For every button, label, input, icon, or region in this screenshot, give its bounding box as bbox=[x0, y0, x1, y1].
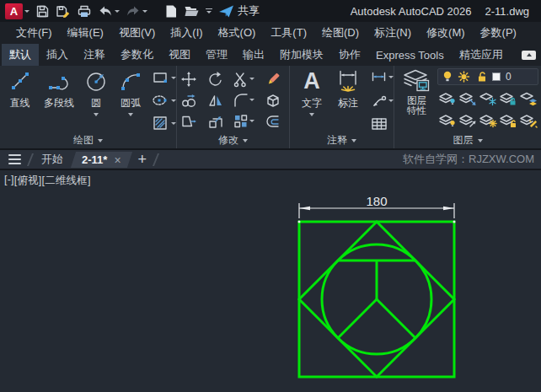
hatch-button[interactable] bbox=[152, 115, 176, 132]
trim-scissors-icon bbox=[233, 71, 248, 88]
menu-format[interactable]: 格式(O) bbox=[211, 25, 264, 40]
active-document-tab[interactable]: 2-11* × bbox=[71, 152, 132, 168]
ribbon-tab-express-tools[interactable]: Express Tools bbox=[368, 44, 452, 66]
modify-panel-label[interactable]: 修改 bbox=[177, 132, 289, 148]
fillet-icon bbox=[233, 92, 248, 109]
copy-icon bbox=[180, 92, 197, 109]
new-file-icon[interactable] bbox=[164, 4, 178, 19]
layer-make-current-button[interactable] bbox=[519, 89, 538, 106]
polyline-button[interactable]: 多段线 bbox=[37, 66, 81, 110]
ribbon-tab-view[interactable]: 视图 bbox=[161, 44, 198, 66]
undo-button[interactable] bbox=[98, 4, 120, 18]
layer-panel-label[interactable]: 图层 bbox=[394, 132, 541, 148]
chevron-down-icon bbox=[142, 10, 147, 13]
text-icon: A bbox=[303, 68, 320, 94]
open-folder-icon[interactable] bbox=[184, 4, 200, 18]
annotate-panel-label[interactable]: 注释 bbox=[290, 132, 394, 148]
new-tab-button[interactable]: + bbox=[137, 152, 149, 167]
table-icon bbox=[371, 116, 388, 132]
rectangle-icon bbox=[152, 69, 169, 86]
chevron-up-icon bbox=[527, 53, 532, 56]
layer-unisolate-button[interactable] bbox=[458, 111, 477, 128]
layer-isolate-button[interactable] bbox=[458, 89, 477, 106]
menu-dimension[interactable]: 标注(N) bbox=[367, 25, 419, 40]
ribbon-collapse-button[interactable] bbox=[522, 51, 536, 60]
ellipse-button[interactable] bbox=[152, 92, 176, 109]
chevron-down-icon bbox=[128, 113, 133, 116]
array-button[interactable] bbox=[233, 113, 254, 130]
layer-on-button[interactable] bbox=[438, 111, 457, 128]
scale-button[interactable] bbox=[207, 113, 224, 130]
layer-merge-button[interactable] bbox=[519, 111, 538, 128]
app-menu-button[interactable]: A bbox=[5, 3, 29, 19]
menu-file[interactable]: 文件(F) bbox=[8, 25, 60, 40]
scale-icon bbox=[207, 113, 224, 130]
table-button[interactable] bbox=[371, 116, 394, 132]
layer-lock-button[interactable] bbox=[499, 89, 517, 106]
arc-button[interactable]: 圆弧 bbox=[111, 66, 150, 116]
ribbon-tab-addins[interactable]: 附加模块 bbox=[272, 44, 331, 66]
fillet-button[interactable] bbox=[233, 92, 254, 109]
chevron-down-icon bbox=[171, 77, 176, 79]
rectangle-button[interactable] bbox=[152, 69, 176, 86]
ribbon-tab-featured-apps[interactable]: 精选应用 bbox=[452, 44, 511, 66]
line-button[interactable]: 直线 bbox=[3, 66, 37, 110]
diagonal-left-line bbox=[338, 299, 377, 338]
leader-button[interactable] bbox=[371, 93, 394, 108]
rotate-button[interactable] bbox=[207, 71, 224, 88]
draw-panel-label[interactable]: 绘图 bbox=[0, 132, 176, 148]
menu-view[interactable]: 视图(V) bbox=[111, 25, 163, 40]
trim-button[interactable] bbox=[233, 71, 254, 88]
offset-button[interactable] bbox=[265, 113, 281, 130]
ribbon-tab-output[interactable]: 输出 bbox=[235, 44, 272, 66]
menu-draw[interactable]: 绘图(D) bbox=[314, 25, 367, 40]
chevron-down-icon bbox=[249, 120, 254, 122]
text-button[interactable]: A 文字 bbox=[295, 66, 329, 116]
menu-bar: 文件(F) 编辑(E) 视图(V) 插入(I) 格式(O) 工具(T) 绘图(D… bbox=[0, 22, 541, 44]
layer-thaw-button[interactable] bbox=[479, 111, 497, 128]
print-icon[interactable] bbox=[77, 4, 92, 19]
start-tab[interactable]: 开始 bbox=[38, 152, 67, 167]
document-title: 2-11.dwg bbox=[485, 5, 529, 18]
linear-dimension: 180 bbox=[298, 194, 456, 223]
file-tabs-menu-button[interactable] bbox=[7, 153, 23, 166]
ribbon-tab-collaborate[interactable]: 协作 bbox=[331, 44, 368, 66]
ribbon-tab-annotate[interactable]: 注释 bbox=[76, 44, 113, 66]
menu-edit[interactable]: 编辑(E) bbox=[60, 25, 111, 40]
mirror-button[interactable] bbox=[207, 92, 224, 109]
linear-dimension-button[interactable] bbox=[371, 69, 394, 84]
ribbon-tab-parametric[interactable]: 参数化 bbox=[113, 44, 161, 66]
dimension-text: 180 bbox=[366, 194, 387, 208]
model-space[interactable]: [-] [俯视] [二维线框] 180 bbox=[0, 170, 541, 392]
circle-button[interactable]: 圆 bbox=[81, 66, 111, 116]
redo-button[interactable] bbox=[126, 4, 147, 18]
layer-properties-button[interactable]: 图层 特性 bbox=[398, 66, 436, 115]
layer-dropdown[interactable]: 0 bbox=[437, 68, 538, 85]
chevron-down-icon bbox=[206, 11, 212, 13]
qat-customize-button[interactable] bbox=[206, 8, 212, 14]
ribbon-tab-insert[interactable]: 插入 bbox=[39, 44, 76, 66]
dimension-button[interactable]: 标注 bbox=[329, 66, 367, 110]
menu-modify[interactable]: 修改(M) bbox=[419, 25, 473, 40]
box-button[interactable] bbox=[265, 92, 281, 109]
menu-insert[interactable]: 插入(I) bbox=[163, 25, 210, 40]
share-button[interactable]: 共享 bbox=[218, 3, 260, 19]
ribbon-tab-home[interactable]: 默认 bbox=[2, 44, 39, 66]
redo-icon bbox=[126, 4, 141, 18]
layer-unlock-all-button[interactable] bbox=[499, 111, 517, 128]
layer-off-button[interactable] bbox=[438, 89, 457, 106]
close-tab-button[interactable]: × bbox=[114, 153, 121, 165]
move-button[interactable] bbox=[180, 71, 197, 88]
polyline-icon bbox=[46, 68, 72, 94]
menu-tools[interactable]: 工具(T) bbox=[263, 25, 314, 40]
rotate-icon bbox=[207, 71, 224, 88]
layer-freeze-button[interactable] bbox=[479, 89, 497, 106]
erase-button[interactable] bbox=[265, 71, 281, 88]
menu-parametric[interactable]: 参数(P) bbox=[473, 25, 524, 40]
save-as-icon[interactable] bbox=[56, 4, 71, 19]
save-icon[interactable] bbox=[35, 4, 50, 19]
copy-button[interactable] bbox=[180, 92, 197, 109]
stretch-button[interactable] bbox=[180, 113, 197, 130]
dimension-icon bbox=[335, 68, 361, 94]
ribbon-tab-manage[interactable]: 管理 bbox=[198, 44, 235, 66]
